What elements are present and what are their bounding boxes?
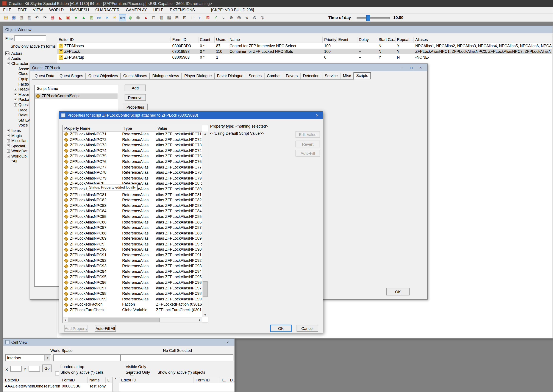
property-row-zfplockaliasnpc96[interactable]: ZFPLockAliasNPC96ReferenceAliasalias ZFP…	[63, 280, 202, 286]
tab-detection[interactable]: Detection	[300, 73, 322, 80]
column-header-count[interactable]: Count	[198, 37, 215, 43]
data-files-icon[interactable]: ▤	[2, 14, 9, 21]
property-row-zfplockaliasnpc98[interactable]: ZFPLockAliasNPC98ReferenceAliasalias ZFP…	[63, 291, 202, 296]
expand-icon[interactable]: +	[7, 155, 10, 158]
tab-favor-dialogue[interactable]: Favor Dialogue	[214, 73, 246, 80]
tab-dialogue-views[interactable]: Dialogue Views	[150, 73, 182, 80]
column-header-formid[interactable]: FormID	[60, 377, 88, 383]
column-header-editor-id[interactable]: Editor ID	[119, 377, 194, 383]
column-header-l[interactable]: L...	[105, 377, 111, 383]
property-row-zfplockaliasnpc73[interactable]: ZFPLockAliasNPC73ReferenceAliasalias ZFP…	[63, 142, 202, 148]
column-header-type[interactable]: Type	[122, 125, 156, 132]
snap-to-grid-icon[interactable]: ▦	[49, 14, 56, 21]
tree-item-audio[interactable]: +Audio	[5, 56, 57, 61]
tab-service[interactable]: Service	[322, 73, 341, 80]
dialog-cancel-button[interactable]: Cancel	[297, 325, 318, 332]
column-header-aliases[interactable]: Aliases	[414, 37, 552, 43]
form-row-zfplock[interactable]: ?ZFPLock030198930 *110Container for ZFP …	[57, 49, 552, 54]
auto-fill-all-button[interactable]: Auto-Fill All	[95, 325, 116, 332]
property-row-zfplockaliasnpc84[interactable]: ZFPLockAliasNPC84ReferenceAliasalias ZFP…	[63, 208, 202, 214]
redo-icon[interactable]: ↷	[41, 14, 49, 21]
navmesh-editing-icon[interactable]: ▲	[142, 14, 149, 21]
tab-favors[interactable]: Favors	[283, 73, 301, 80]
menu-gameplay[interactable]: GAMEPLAY	[123, 7, 150, 13]
property-row-zfplockaliasnpc72[interactable]: ZFPLockAliasNPC72ReferenceAliasalias ZFP…	[63, 137, 202, 143]
property-row-zfplockaliasnpc75[interactable]: ZFPLockAliasNPC75ReferenceAliasalias ZFP…	[63, 154, 202, 159]
minimize-icon[interactable]: −	[398, 64, 407, 71]
property-row-zfplockaliasnpc81[interactable]: ZFPLockAliasNPC81ReferenceAliasalias ZFP…	[63, 192, 202, 198]
quest-ok-button[interactable]: OK	[386, 288, 410, 295]
go-button[interactable]: Go	[42, 364, 52, 372]
property-row-zfplockaliasnpc94[interactable]: ZFPLockAliasNPC94ReferenceAliasalias ZFP…	[63, 269, 202, 274]
menu-extensions[interactable]: EXTENSIONS	[167, 7, 198, 13]
horizontal-scrollbar[interactable]: ◄ ►	[63, 317, 202, 323]
cell-filter-input[interactable]	[53, 354, 120, 361]
edit-value-button[interactable]: Edit Value	[295, 131, 320, 138]
render-window-icon[interactable]: □	[150, 14, 157, 21]
validate-icon[interactable]: ✓	[212, 14, 219, 21]
donate-icon[interactable]: ⊜	[251, 14, 258, 21]
form-row-zfpaliases[interactable]: ?ZFPAliases0300FBD30 *87Control for ZFP …	[57, 43, 552, 49]
tab-misc[interactable]: Misc	[340, 73, 354, 80]
property-row-zfplockaliasnpc83[interactable]: ZFPLockAliasNPC83ReferenceAliasalias ZFP…	[63, 203, 202, 209]
toggle-markers-icon[interactable]: ▣	[65, 14, 72, 21]
sync-to-game-icon[interactable]: ⊕	[228, 14, 235, 21]
tree-item-actors[interactable]: +Actors	[5, 51, 57, 56]
property-row-zfplockaliasnpc85[interactable]: ZFPLockAliasNPC85ReferenceAliasalias ZFP…	[63, 214, 202, 220]
cell-row-aaadeletewhendonetestjeremy[interactable]: AAADeleteWhenDoneTestJeremy0006C3B6Test …	[3, 383, 118, 389]
about-icon[interactable]: ◎	[259, 14, 266, 21]
property-row-zfplockaliasnpc95[interactable]: ZFPLockAliasNPC95ReferenceAliasalias ZFP…	[63, 274, 202, 280]
menu-world[interactable]: WORLD	[46, 7, 67, 13]
property-row-zfplockedfaction[interactable]: ZFPLockedFactionFactionZFPLockedFaction …	[63, 302, 202, 308]
tab-quest-data[interactable]: Quest Data	[32, 73, 57, 80]
toggle-lights-icon[interactable]: ☀	[111, 14, 118, 21]
vertical-scrollbar[interactable]: ▲ ▼	[202, 132, 208, 317]
tab-quest-aliases[interactable]: Quest Aliases	[120, 73, 150, 80]
form-row-zfpstartup[interactable]: ?ZFPStartup030059030 *10--YN-NONE-	[57, 54, 552, 60]
property-row-zfplockaliasnpc78[interactable]: ZFPLockAliasNPC78ReferenceAliasalias ZFP…	[63, 170, 202, 176]
property-row-zfplockaliasnpc99[interactable]: ZFPLockAliasNPC99ReferenceAliasalias ZFP…	[63, 296, 202, 302]
expand-icon[interactable]: +	[14, 93, 17, 96]
dialog-ok-button[interactable]: OK	[270, 325, 292, 332]
toggle-grass-icon[interactable]: ψ	[127, 14, 134, 21]
expand-icon[interactable]: +	[7, 139, 10, 142]
column-header-users[interactable]: Users	[215, 37, 228, 43]
menu-help[interactable]: HELP	[150, 7, 167, 13]
save-plugin-icon[interactable]: ▦	[10, 14, 17, 21]
material-editor-icon[interactable]: ▧	[166, 14, 173, 21]
snap-to-angle-icon[interactable]: ◣	[57, 14, 64, 21]
world-space-dropdown[interactable]: Interiors ▼	[5, 354, 51, 361]
vertical-scrollbar[interactable]: ▲	[112, 377, 118, 392]
menu-ckpe-v0-3-build-298[interactable]: [CKPE: V0.3 BUILD 298]	[208, 7, 257, 13]
warnings-icon[interactable]: ⊠	[204, 14, 212, 21]
column-header-value[interactable]: Value	[156, 125, 202, 132]
scrollbar-thumb[interactable]	[68, 318, 160, 322]
object-filter-input[interactable]	[120, 354, 233, 361]
dialog-titlebar[interactable]: Properties for script ZFPLockControlScri…	[59, 112, 323, 119]
papyrus-log-icon[interactable]: P	[189, 14, 196, 21]
add-property-button[interactable]: Add Property	[64, 325, 88, 332]
menu-character[interactable]: CHARACTER	[92, 7, 123, 13]
script-properties-button[interactable]: Properties	[123, 104, 148, 110]
property-row-zfplockaliasnpc87[interactable]: ZFPLockAliasNPC87ReferenceAliasalias ZFP…	[63, 225, 202, 231]
property-row-zfplockaliasnpc82[interactable]: ZFPLockAliasNPC82ReferenceAliasalias ZFP…	[63, 197, 202, 203]
property-row-zfplockaliasnpc91[interactable]: ZFPLockAliasNPC91ReferenceAliasalias ZFP…	[63, 252, 202, 258]
toggle-sky-icon[interactable]: sky	[119, 14, 126, 21]
property-row-zfplockaliasnpc86[interactable]: ZFPLockAliasNPC86ReferenceAliasalias ZFP…	[63, 219, 202, 225]
heightmap-editing-icon[interactable]: ▨	[88, 14, 95, 21]
property-row-zfplockfurncheck[interactable]: ZFPLockFurnCheckGlobalVariableZFPLockFur…	[63, 307, 202, 313]
property-row-zfplockaliasnpc79[interactable]: ZFPLockAliasNPC79ReferenceAliasalias ZFP…	[63, 175, 202, 181]
maximize-icon[interactable]: □	[407, 64, 416, 71]
property-row-zfplockaliasnpc9[interactable]: ZFPLockAliasNPC9ReferenceAliasalias ZFPL…	[63, 241, 202, 247]
tab-quest-stages[interactable]: Quest Stages	[57, 73, 86, 80]
tab-quest-objectives[interactable]: Quest Objectives	[85, 73, 121, 80]
property-row-zfplockaliasnpc71[interactable]: ZFPLockAliasNPC71ReferenceAliasalias ZFP…	[63, 132, 202, 137]
menu-file[interactable]: FILE	[0, 7, 15, 13]
expand-icon[interactable]: +	[14, 88, 17, 91]
tab-scenes[interactable]: Scenes	[246, 73, 265, 80]
tab-combat[interactable]: Combat	[264, 73, 283, 80]
x-coordinate-input[interactable]	[10, 366, 21, 371]
cell-view-titlebar[interactable]: Cell View ×	[3, 339, 234, 346]
tab-scripts[interactable]: Scripts	[353, 72, 371, 79]
cell-view-toggle-icon[interactable]: ⊞	[174, 14, 181, 21]
